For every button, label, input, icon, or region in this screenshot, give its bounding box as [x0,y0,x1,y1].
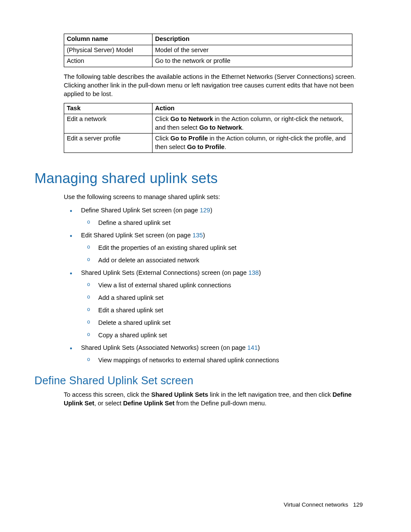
list-item: Shared Uplink Sets (External Connections… [64,268,363,340]
table-row: (Physical Server) Model Model of the ser… [64,45,352,56]
heading-2: Define Shared Uplink Set screen [34,374,363,387]
bullet-list: Define Shared Uplink Set screen (on page… [64,206,363,365]
list-item: Shared Uplink Sets (Associated Networks)… [64,343,363,365]
list-item: Define a shared uplink set [81,218,363,227]
table-cell: Go to the network or profile [153,56,352,67]
page-link[interactable]: 141 [247,344,258,351]
heading-1: Managing shared uplink sets [34,170,363,187]
list-item: Copy a shared uplink set [81,331,363,340]
table-cell: Click Go to Network in the Action column… [153,114,352,134]
table-header: Column name [64,34,153,45]
list-item: View mappings of networks to external sh… [81,356,363,365]
page-link[interactable]: 135 [193,232,203,239]
paragraph: The following table describes the availa… [64,72,363,99]
column-desc-table: Column name Description (Physical Server… [64,34,352,67]
page-link[interactable]: 138 [248,269,258,276]
paragraph: To access this screen, click the Shared … [64,390,363,408]
paragraph: Use the following screens to manage shar… [64,193,363,201]
table-header: Description [153,34,352,45]
page-footer: Virtual Connect networks 129 [283,501,363,508]
table-row: Edit a network Click Go to Network in th… [64,114,352,134]
task-action-table: Task Action Edit a network Click Go to N… [64,103,352,153]
table-header: Task [64,103,153,114]
list-item: Add or delete an associated network [81,256,363,265]
page-link[interactable]: 129 [200,207,210,214]
list-item: Delete a shared uplink set [81,318,363,327]
list-item: View a list of external shared uplink co… [81,281,363,290]
table-cell: Model of the server [153,45,352,56]
table-cell: (Physical Server) Model [64,45,153,56]
table-cell: Edit a network [64,114,153,134]
table-cell: Action [64,56,153,67]
table-row: Action Go to the network or profile [64,56,352,67]
table-row: Edit a server profile Click Go to Profil… [64,134,352,153]
list-item: Edit Shared Uplink Set screen (on page 1… [64,231,363,265]
list-item: Edit a shared uplink set [81,306,363,315]
table-header: Action [153,103,352,114]
list-item: Edit the properties of an existing share… [81,243,363,252]
table-cell: Edit a server profile [64,134,153,153]
table-cell: Click Go to Profile in the Action column… [153,134,352,153]
list-item: Define Shared Uplink Set screen (on page… [64,206,363,227]
list-item: Add a shared uplink set [81,293,363,302]
